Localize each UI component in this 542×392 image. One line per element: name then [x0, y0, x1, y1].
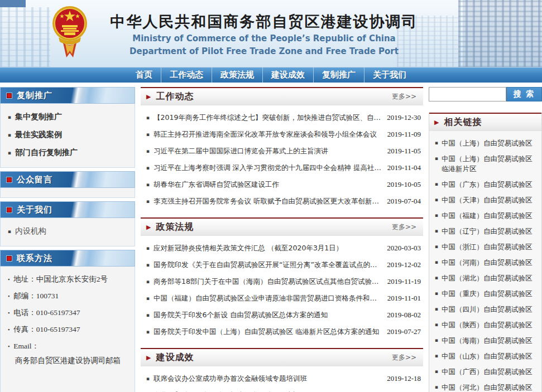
related-link-label: 中国（浙江）自由贸易试验区 [442, 242, 533, 252]
header-photo-decor [0, 0, 26, 7]
news-title-link[interactable]: 【2019年商务工作年终综述之七】突破创新，加快推进自贸试验区、自由贸... [154, 113, 381, 123]
sidebar-link[interactable]: ▪ 内设机构 [1, 222, 135, 240]
nav-item[interactable]: 建设成效 [262, 67, 313, 83]
sidebar-link[interactable]: ▪ 部门自行复制推广 [1, 144, 135, 162]
news-item[interactable]: ▪ 习近平在上海考察时强调 深入学习贯彻党的十九届四中全会精神 提高社会... … [143, 159, 421, 176]
news-item[interactable]: ▪ 湖北自贸试验区宜昌片区探索纳税人跨区自由迁移 2019-12-16 [143, 387, 421, 392]
search-bar: 搜 索 [429, 87, 542, 101]
related-link[interactable]: ▪ 中国（广西）自由贸易试验区 [434, 364, 538, 380]
news-item[interactable]: ▪ 应对新冠肺炎疫情相关政策文件汇总 （截至2020年3月1日） 2020-03… [143, 240, 421, 257]
nav-item[interactable]: 工作动态 [161, 67, 212, 83]
news-list: ▪ 应对新冠肺炎疫情相关政策文件汇总 （截至2020年3月1日） 2020-03… [141, 236, 423, 342]
related-link[interactable]: ▪ 中国（辽宁）自由贸易试验区 [434, 224, 538, 239]
news-title-link[interactable]: 国务院印发《关于在自由贸易试验区开展“证照分离”改革全覆盖试点的通... [154, 260, 381, 270]
left-sidebar: 复制推广 ▪ 集中复制推广 ▪ 最佳实践案例 [0, 87, 135, 392]
news-title-link[interactable]: 国务院关于印发6个新设 自由贸易试验区总体方案的通知 [154, 311, 381, 320]
related-link-label: 中国（海南）自由贸易试验区 [442, 336, 533, 346]
header-building-decor-right [458, 0, 542, 67]
bullet-icon: ▪ [435, 385, 438, 390]
related-links-panel: ▶ 相关链接 ▪ 中国（上海）自由贸易试验区 ▪ 中国（上海）自由贸易试验区临港… [429, 113, 542, 392]
sidebar-section-body: ▪ 地址：中国北京东长安街2号 ▪ 邮编：100731 ▪ 电话：0 [0, 267, 135, 392]
nav-item[interactable]: 政策法规 [212, 67, 262, 83]
sidebar-header-feedback[interactable]: 公众留言 [0, 171, 135, 188]
bullet-icon: ▪ [435, 197, 438, 202]
bullet-icon: ▪ [146, 199, 150, 204]
bullet-icon: ▪ [146, 279, 150, 284]
news-item[interactable]: ▪ 国务院印发《关于在自由贸易试验区开展“证照分离”改革全覆盖试点的通... 2… [143, 257, 421, 273]
related-link[interactable]: ▪ 中国（上海）自由贸易试验区 [434, 135, 538, 151]
contact-line-text: Email： [13, 341, 39, 351]
news-item[interactable]: ▪ 李克强主持召开国务院常务会议 听取赋予自由贸易试验区更大改革创新自... 2… [143, 193, 421, 210]
related-link[interactable]: ▪ 中国（广东）自由贸易试验区 [434, 177, 538, 192]
news-title-link[interactable]: 李克强主持召开国务院常务会议 听取赋予自由贸易试验区更大改革创新自... [154, 197, 381, 206]
site-header: 中华人民共和国商务部自贸区港建设协调司 Ministry of Commerce… [0, 0, 542, 67]
bullet-icon: ▪ [435, 141, 438, 146]
nav-item[interactable]: 首页 [127, 67, 161, 83]
related-link[interactable]: ▪ 中国（福建）自由贸易试验区 [434, 208, 538, 224]
related-link[interactable]: ▪ 中国（河南）自由贸易试验区 [434, 255, 538, 270]
bullet-icon: ▪ [435, 291, 438, 296]
more-link[interactable]: 更多>> [392, 222, 416, 232]
related-link-label: 中国（上海）自由贸易试验区临港新片区 [442, 154, 538, 174]
related-link[interactable]: ▪ 中国（四川）自由贸易试验区 [434, 302, 538, 317]
news-title-link[interactable]: 应对新冠肺炎疫情相关政策文件汇总 （截至2020年3月1日） [154, 244, 381, 253]
bullet-icon: ▪ [146, 313, 150, 318]
sidebar-link-label: 最佳实践案例 [15, 130, 62, 140]
related-link[interactable]: ▪ 中国（天津）自由贸易试验区 [434, 192, 538, 208]
news-title-link[interactable]: 韩正主持召开推进海南全面深化改革开放专家座谈会和领导小组全体会议 [154, 130, 382, 139]
bullet-icon: ▪ [435, 275, 438, 280]
bullet-icon: ▪ [146, 182, 150, 187]
news-item[interactable]: ▪ 韩正主持召开推进海南全面深化改革开放专家座谈会和领导小组全体会议 2019-… [143, 126, 421, 143]
related-link[interactable]: ▪ 中国（湖北）自由贸易试验区 [434, 270, 538, 286]
nav-item[interactable]: 关于我们 [364, 67, 415, 83]
header-building-decor-left [0, 7, 50, 67]
search-button[interactable]: 搜 索 [506, 87, 542, 101]
news-item[interactable]: ▪ 国务院关于印发6个新设 自由贸易试验区总体方案的通知 2019-08-02 [143, 307, 421, 323]
sidebar-section-title: 复制推广 [17, 90, 52, 101]
news-title-link[interactable]: 习近平在第二届中国国际进口博览会开幕式上的主旨演讲 [154, 147, 382, 156]
related-link-label: 中国（辽宁）自由贸易试验区 [442, 226, 533, 236]
related-link[interactable]: ▪ 中国（陕西）自由贸易试验区 [434, 317, 538, 333]
news-title-link[interactable]: 联席会议办公室成功举办首次金融领域专题培训班 [154, 374, 381, 384]
news-item[interactable]: ▪ 中国（福建）自由贸易试验区企业申请原油非国营贸易进口资格条件和程序 2019… [143, 290, 421, 307]
news-title-link[interactable]: 胡春华在广东省调研自贸试验区建设工作 [154, 180, 381, 190]
sidebar-link[interactable]: ▪ 最佳实践案例 [1, 126, 135, 144]
more-link[interactable]: 更多>> [392, 353, 416, 362]
nav-item[interactable]: 复制推广 [313, 67, 364, 83]
news-item[interactable]: ▪ 联席会议办公室成功举办首次金融领域专题培训班 2019-12-18 [143, 370, 421, 387]
news-item[interactable]: ▪ 习近平在第二届中国国际进口博览会开幕式上的主旨演讲 2019-11-05 [143, 143, 421, 159]
panel-title: 工作动态 [156, 91, 194, 103]
news-date: 2019-11-19 [387, 277, 421, 286]
contact-line: ▪ 地址：中国北京东长安街2号 [1, 271, 135, 288]
news-date: 2019-12-18 [387, 374, 421, 383]
related-link[interactable]: ▪ 中国（重庆）自由贸易试验区 [434, 286, 538, 302]
news-item[interactable]: ▪ 商务部等18部门关于在中国（海南）自由贸易试验区试点其他自贸试验区施... … [143, 273, 421, 290]
news-item[interactable]: ▪ 胡春华在广东省调研自贸试验区建设工作 2019-10-05 [143, 176, 421, 193]
related-link[interactable]: ▪ 中国（海南）自由贸易试验区 [434, 333, 538, 349]
news-item[interactable]: ▪ 【2019年商务工作年终综述之七】突破创新，加快推进自贸试验区、自由贸...… [143, 109, 421, 126]
bullet-icon: ▪ [8, 311, 9, 316]
related-link[interactable]: ▪ 中国（河北）自由贸易试验区 [434, 380, 538, 392]
sidebar-link[interactable]: ▪ 集中复制推广 [1, 108, 135, 126]
related-links-list: ▪ 中国（上海）自由贸易试验区 ▪ 中国（上海）自由贸易试验区临港新片区 ▪ 中… [429, 131, 541, 392]
news-title-link[interactable]: 商务部等18部门关于在中国（海南）自由贸易试验区试点其他自贸试验区施... [154, 277, 382, 287]
news-title-link[interactable]: 习近平在上海考察时强调 深入学习贯彻党的十九届四中全会精神 提高社会... [154, 163, 382, 173]
search-input[interactable] [429, 87, 506, 101]
related-link-label: 中国（山东）自由贸易试验区 [442, 351, 533, 361]
related-link[interactable]: ▪ 中国（浙江）自由贸易试验区 [434, 239, 538, 255]
contact-email-link[interactable]: 商务部自贸区港建设协调司邮箱 [1, 355, 135, 369]
contact-line: ▪ 邮编：100731 [1, 288, 135, 304]
related-link-label: 中国（河南）自由贸易试验区 [442, 258, 533, 268]
sidebar-link-label: 部门自行复制推广 [15, 148, 78, 158]
contact-line-text: 传真：010-65197347 [13, 325, 80, 335]
more-link[interactable]: 更多>> [392, 92, 416, 101]
content: 复制推广 ▪ 集中复制推广 ▪ 最佳实践案例 [0, 83, 542, 392]
news-title-link[interactable]: 国务院关于印发中国（上海）自由贸易试验区 临港新片区总体方案的通知 [154, 327, 381, 337]
related-link-label: 中国（重庆）自由贸易试验区 [442, 289, 533, 299]
related-link[interactable]: ▪ 中国（山东）自由贸易试验区 [434, 349, 538, 364]
sidebar-section-title: 关于我们 [17, 205, 52, 215]
related-link[interactable]: ▪ 中国（上海）自由贸易试验区临港新片区 [434, 151, 538, 177]
news-title-link[interactable]: 中国（福建）自由贸易试验区企业申请原油非国营贸易进口资格条件和程序 [154, 294, 382, 303]
bullet-icon: ▪ [146, 376, 150, 381]
news-item[interactable]: ▪ 国务院关于印发中国（上海）自由贸易试验区 临港新片区总体方案的通知 2019… [143, 323, 421, 340]
